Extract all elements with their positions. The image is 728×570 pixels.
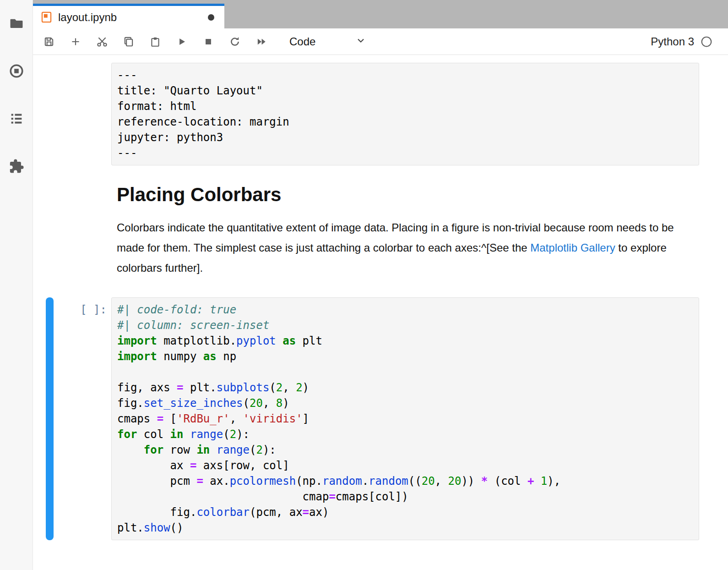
paste-icon: [149, 36, 161, 48]
cell-prompt: [54, 179, 111, 278]
code-cell-editor[interactable]: #| code-fold: true #| column: screen-ins…: [111, 297, 699, 540]
cell-type-dropdown[interactable]: Code: [289, 35, 366, 49]
running-icon: [9, 63, 24, 79]
code-text: #| code-fold: true #| column: screen-ins…: [117, 302, 693, 536]
notebook-file-icon: [40, 11, 53, 23]
restart-run-all-button[interactable]: [251, 31, 272, 52]
kernel-indicator: Python 3: [651, 35, 712, 48]
restart-icon: [229, 36, 241, 48]
activity-bar: [0, 0, 33, 570]
tab-layout-ipynb[interactable]: layout.ipynb: [33, 4, 224, 28]
notebook-content: --- title: "Quarto Layout" format: html …: [33, 55, 728, 570]
markdown-cell: Placing Colorbars Colorbars indicate the…: [33, 179, 728, 278]
selected-cell-collapser[interactable]: [46, 297, 54, 540]
jupyterlab-window: layout.ipynb: [0, 0, 728, 570]
matplotlib-gallery-link[interactable]: Matplotlib Gallery: [530, 241, 615, 254]
toc-icon: [9, 111, 24, 126]
sidebar-item-extension-manager[interactable]: [9, 159, 24, 174]
kernel-name[interactable]: Python 3: [651, 35, 694, 48]
save-button[interactable]: [38, 31, 60, 52]
cut-cells-button[interactable]: [92, 31, 113, 52]
run-cell-button[interactable]: [171, 31, 192, 52]
tab-title: layout.ipynb: [58, 11, 208, 24]
heading-placing-colorbars: Placing Colorbars: [117, 184, 694, 206]
unsaved-changes-indicator[interactable]: [208, 14, 214, 21]
play-icon: [176, 36, 188, 48]
copy-cells-button[interactable]: [118, 31, 139, 52]
insert-cell-button[interactable]: [65, 31, 86, 52]
save-icon: [43, 36, 55, 48]
cell-collapser[interactable]: [46, 63, 54, 165]
notebook-toolbar: Code Python 3: [33, 28, 728, 55]
execution-count-prompt: [ ]:: [54, 297, 111, 540]
tab-bar: layout.ipynb: [33, 0, 728, 28]
restart-kernel-button[interactable]: [224, 31, 245, 52]
copy-icon: [123, 36, 135, 48]
code-cell: [ ]: #| code-fold: true #| column: scree…: [33, 297, 728, 540]
folder-icon: [9, 16, 24, 31]
cell-prompt: [54, 63, 111, 165]
cell-type-value: Code: [289, 35, 315, 48]
sidebar-item-file-browser[interactable]: [9, 16, 24, 31]
fast-forward-icon: [255, 36, 267, 48]
cell-collapser[interactable]: [46, 179, 54, 278]
interrupt-kernel-button[interactable]: [198, 31, 219, 52]
kernel-idle-circle-icon[interactable]: [701, 36, 712, 48]
sidebar-item-running-kernels[interactable]: [9, 63, 24, 79]
frontmatter-text: --- title: "Quarto Layout" format: html …: [117, 67, 693, 161]
raw-cell-frontmatter: --- title: "Quarto Layout" format: html …: [33, 63, 728, 165]
plus-icon: [70, 36, 81, 48]
puzzle-icon: [9, 159, 24, 174]
raw-cell-editor[interactable]: --- title: "Quarto Layout" format: html …: [111, 63, 699, 165]
stop-icon: [202, 36, 214, 48]
sidebar-item-table-of-contents[interactable]: [9, 111, 24, 126]
scissors-icon: [96, 36, 108, 48]
markdown-paragraph: Colorbars indicate the quantitative exte…: [117, 218, 689, 278]
chevron-down-icon: [355, 35, 366, 49]
markdown-rendered[interactable]: Placing Colorbars Colorbars indicate the…: [111, 179, 699, 278]
paste-cells-button[interactable]: [145, 31, 166, 52]
